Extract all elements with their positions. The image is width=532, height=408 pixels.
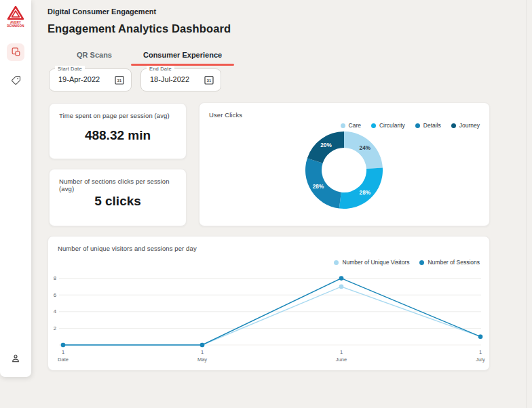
user-clicks-card: User Clicks CareCircularityDetailsJourne… (199, 102, 490, 226)
sidebar-item-profile[interactable] (7, 350, 24, 367)
series-line-0 (63, 287, 480, 345)
data-point (339, 276, 344, 281)
y-tick-label: 4 (54, 308, 57, 314)
donut-legend-item-3[interactable]: Journey (451, 122, 480, 129)
data-point (200, 343, 205, 348)
donut-slice-label: 20% (320, 142, 332, 148)
donut-slice-label: 24% (360, 145, 371, 151)
donut-slice-circularity (339, 167, 383, 209)
x-tick-label: 1 (62, 349, 64, 355)
x-tick-sublabel: June (336, 356, 347, 363)
end-date-label: End Date (147, 66, 174, 72)
brand-name: AVERY DENNISON (4, 21, 27, 28)
donut-legend-item-2[interactable]: Details (415, 122, 441, 129)
x-tick-sublabel: May (197, 356, 207, 363)
sidebar: AVERY DENNISON (0, 0, 31, 377)
start-date-field[interactable]: Start Date 19-Apr-2022 31 (49, 68, 132, 91)
user-icon (10, 353, 21, 364)
tag-icon (11, 75, 21, 85)
x-tick-label: 1 (479, 349, 482, 355)
x-tick-label: 1 (201, 349, 204, 355)
sidebar-item-tags[interactable] (7, 72, 24, 89)
calendar-icon[interactable]: 31 (204, 75, 214, 85)
metric-value: 488.32 min (50, 128, 186, 143)
tab-consumer-experience[interactable]: Consumer Experience (129, 47, 236, 66)
data-point (339, 285, 344, 289)
metric-card-section-clicks: Number of sections clicks per session (a… (49, 169, 187, 226)
visitors-sessions-line-chart: 24681Date1May1June1July (48, 237, 489, 370)
x-tick-label: 1 (340, 349, 343, 355)
start-date-value: 19-Apr-2022 (58, 75, 100, 83)
brand-triangle-icon (7, 5, 24, 20)
metric-value: 5 clicks (50, 194, 186, 209)
window-edge (526, 0, 527, 408)
page-title: Engagement Analytics Dashboard (48, 22, 231, 35)
user-clicks-donut-chart: 24%28%28%20% (300, 126, 388, 214)
tab-qr-scans[interactable]: QR Scans (62, 47, 126, 66)
x-tick-sublabel: July (476, 356, 485, 363)
sidebar-item-engagement[interactable] (7, 43, 24, 61)
legend-dot-icon (451, 123, 456, 128)
visitors-sessions-card: Number of unique visitors and sessions p… (48, 236, 490, 371)
start-date-label: Start Date (55, 66, 85, 72)
end-date-value: 18-Jul-2022 (150, 75, 189, 83)
metric-card-time-spent: Time spent on page per session (avg) 488… (49, 103, 187, 159)
chart-title: User Clicks (209, 111, 242, 119)
tab-bar: QR Scans Consumer Experience (62, 47, 236, 66)
donut-slice-label: 28% (313, 184, 324, 190)
pages-icon (11, 47, 21, 57)
x-tick-sublabel: Date (58, 356, 69, 363)
data-point (478, 334, 483, 339)
donut-slice-label: 28% (360, 190, 371, 196)
data-point (61, 343, 66, 348)
breadcrumb: Digital Consumer Engagement (48, 7, 156, 16)
legend-label: Journey (459, 122, 480, 129)
legend-dot-icon (415, 123, 420, 128)
y-tick-label: 2 (54, 325, 56, 331)
legend-label: Details (423, 122, 441, 129)
brand-logo[interactable]: AVERY DENNISON (4, 5, 27, 28)
y-tick-label: 6 (54, 292, 56, 298)
svg-text:31: 31 (117, 79, 121, 83)
metric-title: Time spent on page per session (avg) (59, 112, 170, 119)
end-date-field[interactable]: End Date 18-Jul-2022 31 (140, 68, 221, 91)
metric-title: Number of sections clicks per session (a… (59, 178, 186, 192)
calendar-icon[interactable]: 31 (114, 75, 125, 85)
svg-text:31: 31 (207, 79, 211, 83)
y-tick-label: 8 (54, 275, 56, 281)
